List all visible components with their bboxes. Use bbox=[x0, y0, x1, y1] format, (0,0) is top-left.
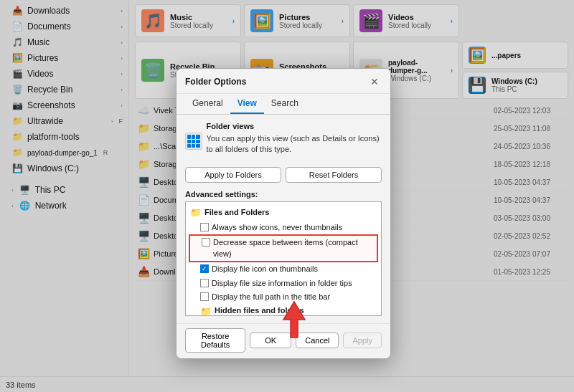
dialog-tabs: General View Search bbox=[177, 94, 390, 115]
always-show-icons-label: Always show icons, never thumbnails bbox=[212, 222, 342, 233]
folder-view-buttons: Apply to Folders Reset Folders bbox=[185, 167, 382, 183]
grid-cell bbox=[187, 135, 191, 138]
tab-view[interactable]: View bbox=[230, 94, 264, 114]
hidden-folder-icon: 📁 bbox=[200, 305, 212, 315]
grid-cell bbox=[196, 144, 199, 148]
dialog-body: Folder views You can apply this view (su… bbox=[177, 115, 390, 323]
apply-to-folders-button[interactable]: Apply to Folders bbox=[185, 167, 281, 183]
decrease-space-checkbox[interactable] bbox=[202, 238, 210, 247]
always-show-icons-checkbox[interactable] bbox=[200, 223, 209, 231]
dialog-titlebar: Folder Options ✕ bbox=[177, 69, 390, 94]
folder-view-icon-grid bbox=[185, 133, 202, 150]
restore-defaults-button[interactable]: Restore Defaults bbox=[185, 328, 245, 353]
display-file-size-label: Display file size information in folder … bbox=[212, 278, 352, 289]
tab-general[interactable]: General bbox=[185, 94, 230, 114]
dialog-footer: Restore Defaults OK Cancel Apply bbox=[177, 323, 390, 358]
cancel-button[interactable]: Cancel bbox=[296, 333, 339, 348]
display-full-path-label: Display the full path in the title bar bbox=[212, 292, 330, 302]
dialog-title: Folder Options bbox=[185, 77, 246, 87]
grid-cell bbox=[192, 144, 195, 148]
advanced-settings-list: 📁 Files and Folders Always show icons, n… bbox=[185, 201, 382, 316]
folder-header-icon: 📁 bbox=[190, 206, 202, 219]
close-button[interactable]: ✕ bbox=[367, 75, 382, 89]
hidden-files-header: 📁 Hidden files and folders bbox=[189, 304, 378, 315]
files-folders-header: 📁 Files and Folders bbox=[189, 205, 378, 221]
adv-decrease-space[interactable]: Decrease space between items (compact vi… bbox=[189, 234, 378, 262]
grid-cell bbox=[187, 140, 191, 143]
grid-cell bbox=[196, 135, 199, 138]
adv-display-full-path[interactable]: Display the full path in the title bar bbox=[189, 290, 378, 304]
decrease-space-label: Decrease space between items (compact vi… bbox=[213, 237, 375, 259]
folder-views-desc: You can apply this view (such as Details… bbox=[207, 133, 382, 156]
folder-views-section: Folder views You can apply this view (su… bbox=[185, 122, 382, 161]
display-file-size-checkbox[interactable] bbox=[200, 279, 209, 287]
ok-button[interactable]: OK bbox=[250, 333, 291, 348]
grid-cell bbox=[192, 140, 195, 143]
hidden-files-label: Hidden files and folders bbox=[215, 305, 304, 315]
apply-button: Apply bbox=[343, 333, 382, 348]
adv-display-file-icon[interactable]: Display file icon on thumbnails bbox=[189, 262, 378, 276]
files-folders-label: Files and Folders bbox=[204, 207, 269, 218]
adv-display-file-size[interactable]: Display file size information in folder … bbox=[189, 277, 378, 290]
adv-always-show-icons[interactable]: Always show icons, never thumbnails bbox=[189, 221, 378, 234]
folder-views-text-block: Folder views You can apply this view (su… bbox=[207, 122, 382, 161]
grid-cell bbox=[192, 135, 195, 138]
folder-views-title: Folder views bbox=[207, 122, 382, 130]
tab-search[interactable]: Search bbox=[264, 94, 306, 114]
grid-cell bbox=[187, 144, 191, 148]
display-full-path-checkbox[interactable] bbox=[200, 292, 209, 301]
reset-folders-button[interactable]: Reset Folders bbox=[286, 167, 382, 183]
advanced-settings-label: Advanced settings: bbox=[185, 190, 382, 199]
folder-options-dialog: Folder Options ✕ General View Search Fol… bbox=[176, 68, 391, 359]
display-file-icon-checkbox[interactable] bbox=[200, 264, 209, 273]
display-file-icon-label: Display file icon on thumbnails bbox=[212, 264, 318, 274]
grid-cell bbox=[196, 140, 199, 143]
